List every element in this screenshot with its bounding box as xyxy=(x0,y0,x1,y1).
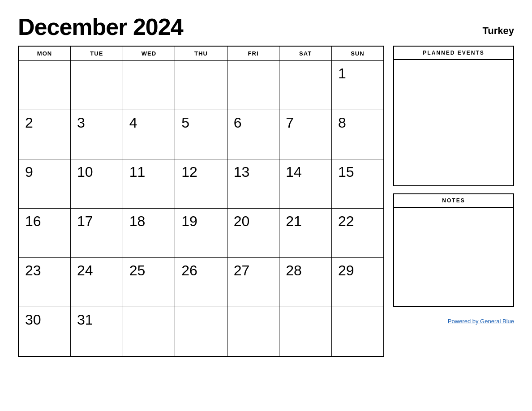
day-number: 29 xyxy=(338,262,354,278)
page-header: December 2024 Turkey xyxy=(18,13,514,40)
calendar-week-2: 2345678 xyxy=(18,110,384,159)
notes-header: NOTES xyxy=(394,194,513,208)
day-header-wed: WED xyxy=(123,46,175,61)
calendar-cell: 23 xyxy=(18,258,71,307)
day-number: 31 xyxy=(77,312,93,328)
calendar-cell: 14 xyxy=(279,159,332,209)
calendar-section: MONTUEWEDTHUFRISATSUN 123456789101112131… xyxy=(18,46,384,357)
day-number: 1 xyxy=(338,65,346,81)
planned-events-box: PLANNED EVENTS xyxy=(393,46,514,186)
day-header-fri: FRI xyxy=(227,46,279,61)
calendar-cell: 25 xyxy=(123,258,175,307)
day-number: 25 xyxy=(129,262,146,278)
day-number: 15 xyxy=(338,164,354,180)
calendar-table: MONTUEWEDTHUFRISATSUN 123456789101112131… xyxy=(18,46,384,357)
sidebar: PLANNED EVENTS NOTES Powered by General … xyxy=(393,46,514,325)
day-number: 17 xyxy=(77,213,93,229)
powered-by: Powered by General Blue xyxy=(393,317,514,325)
day-number: 8 xyxy=(338,115,346,131)
day-header-thu: THU xyxy=(175,46,227,61)
calendar-cell: 15 xyxy=(331,159,384,209)
day-number: 27 xyxy=(234,262,250,278)
calendar-cell: 27 xyxy=(227,258,279,307)
calendar-cell xyxy=(331,307,384,356)
calendar-cell: 26 xyxy=(175,258,227,307)
day-header-sat: SAT xyxy=(279,46,332,61)
powered-by-link[interactable]: Powered by General Blue xyxy=(448,318,514,325)
day-header-tue: TUE xyxy=(71,46,123,61)
calendar-cell: 1 xyxy=(331,61,384,110)
main-content: MONTUEWEDTHUFRISATSUN 123456789101112131… xyxy=(18,46,514,357)
calendar-cell: 18 xyxy=(123,209,175,258)
day-number: 2 xyxy=(25,115,33,131)
calendar-cell xyxy=(18,61,71,110)
calendar-cell: 8 xyxy=(331,110,384,159)
day-header-sun: SUN xyxy=(331,46,384,61)
calendar-week-1: 1 xyxy=(18,61,384,110)
calendar-cell: 20 xyxy=(227,209,279,258)
calendar-cell xyxy=(175,61,227,110)
day-number: 20 xyxy=(234,213,250,229)
calendar-cell xyxy=(227,307,279,356)
calendar-cell: 21 xyxy=(279,209,332,258)
calendar-cell: 13 xyxy=(227,159,279,209)
day-number: 9 xyxy=(25,164,33,180)
notes-box: NOTES xyxy=(393,193,514,307)
day-number: 10 xyxy=(77,164,93,180)
calendar-cell: 24 xyxy=(71,258,123,307)
calendar-cell: 16 xyxy=(18,209,71,258)
calendar-cell: 10 xyxy=(71,159,123,209)
day-number: 22 xyxy=(338,213,354,229)
calendar-cell: 31 xyxy=(71,307,123,356)
day-number: 6 xyxy=(234,115,242,131)
day-number: 14 xyxy=(286,164,302,180)
calendar-cell xyxy=(123,307,175,356)
calendar-cell xyxy=(279,61,332,110)
calendar-cell: 7 xyxy=(279,110,332,159)
day-number: 18 xyxy=(129,213,146,229)
day-number: 21 xyxy=(286,213,302,229)
day-number: 16 xyxy=(25,213,41,229)
planned-events-header: PLANNED EVENTS xyxy=(394,47,513,60)
calendar-cell: 4 xyxy=(123,110,175,159)
calendar-cell: 3 xyxy=(71,110,123,159)
day-number: 3 xyxy=(77,115,85,131)
calendar-cell xyxy=(227,61,279,110)
calendar-cell: 28 xyxy=(279,258,332,307)
calendar-cell xyxy=(175,307,227,356)
day-number: 4 xyxy=(129,115,137,131)
day-number: 13 xyxy=(234,164,250,180)
calendar-cell: 6 xyxy=(227,110,279,159)
day-number: 30 xyxy=(25,312,41,328)
calendar-cell: 2 xyxy=(18,110,71,159)
calendar-cell: 22 xyxy=(331,209,384,258)
calendar-cell: 17 xyxy=(71,209,123,258)
calendar-header-row: MONTUEWEDTHUFRISATSUN xyxy=(18,46,384,61)
calendar-cell: 11 xyxy=(123,159,175,209)
calendar-cell: 12 xyxy=(175,159,227,209)
day-number: 26 xyxy=(181,262,197,278)
calendar-cell: 30 xyxy=(18,307,71,356)
day-number: 5 xyxy=(181,115,189,131)
country-title: Turkey xyxy=(482,25,514,40)
calendar-week-3: 9101112131415 xyxy=(18,159,384,209)
calendar-week-5: 23242526272829 xyxy=(18,258,384,307)
calendar-cell: 5 xyxy=(175,110,227,159)
calendar-cell: 19 xyxy=(175,209,227,258)
calendar-cell xyxy=(71,61,123,110)
day-header-mon: MON xyxy=(18,46,71,61)
notes-content xyxy=(394,208,513,306)
day-number: 12 xyxy=(181,164,197,180)
planned-events-content xyxy=(394,60,513,185)
calendar-cell xyxy=(279,307,332,356)
day-number: 19 xyxy=(181,213,197,229)
calendar-cell: 29 xyxy=(331,258,384,307)
day-number: 24 xyxy=(77,262,93,278)
calendar-week-4: 16171819202122 xyxy=(18,209,384,258)
calendar-week-6: 3031 xyxy=(18,307,384,356)
calendar-cell: 9 xyxy=(18,159,71,209)
month-title: December 2024 xyxy=(18,13,183,40)
day-number: 23 xyxy=(25,262,41,278)
calendar-cell xyxy=(123,61,175,110)
day-number: 7 xyxy=(286,115,294,131)
